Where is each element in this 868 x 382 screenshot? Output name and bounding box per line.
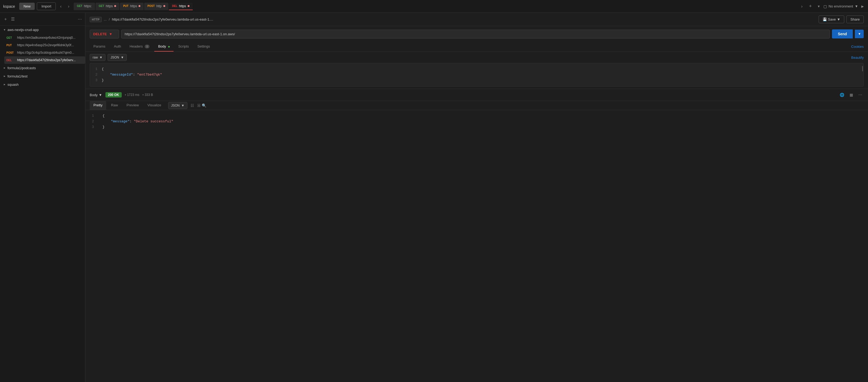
response-tabs: Pretty Raw Preview Visualize JSON ▼ ☷ ☵ …: [85, 101, 868, 110]
workspace-label: kspace: [3, 4, 15, 8]
collection-formula1-podcasts[interactable]: ▼ formula1/podcasts: [0, 64, 85, 72]
request-url: https://3gz3c4qz5cddogutd4uzkl7qim0...: [17, 51, 74, 55]
collection-name: formula1/test: [7, 74, 28, 78]
tab-settings[interactable]: Settings: [193, 42, 214, 52]
sidebar-toggle-button[interactable]: ▶: [860, 3, 865, 9]
sidebar-toolbar: + ☰ ⋯: [0, 13, 85, 26]
tab-get-2[interactable]: GET https: [96, 3, 120, 10]
tab-method: POST: [147, 4, 155, 7]
request-item-post[interactable]: POST https://3gz3c4qz5cddogutd4uzkl7qim0…: [4, 49, 85, 56]
lang-dropdown-icon: ▼: [121, 56, 124, 59]
add-collection-button[interactable]: +: [3, 16, 8, 23]
cookies-link[interactable]: Cookies: [851, 45, 864, 49]
filter-button[interactable]: ☰: [10, 16, 16, 23]
response-body-label[interactable]: Body ▼: [90, 93, 102, 97]
tab-dot: [188, 5, 189, 7]
copy-response-button[interactable]: ☵: [197, 104, 201, 108]
collection-chevron: ▼: [3, 75, 6, 78]
collection-name: squash: [7, 83, 19, 87]
request-url: https://kjw4rx6asp25x2evqefi6dnk3y0f...: [17, 43, 74, 47]
tab-bar: GET https: GET https PUT https POST http…: [74, 3, 797, 10]
line-number: 1: [93, 66, 97, 72]
tab-scripts[interactable]: Scripts: [175, 42, 193, 52]
request-body-editor[interactable]: 1 { 2 "messageId": "ent7be47qk" 3 }: [90, 63, 864, 87]
collection-squash[interactable]: ▼ squash: [0, 80, 85, 89]
request-item-get[interactable]: GET https://xm3adkuxwxqv6uiwz42rnjunpq0.…: [4, 34, 85, 41]
request-url: https://7daxkfia547t2tIndsx2ps7yfe0wrv..…: [17, 58, 75, 62]
method-badge: DEL: [6, 59, 15, 62]
tab-body[interactable]: Body: [154, 42, 173, 52]
tab-method: DEL: [172, 4, 178, 7]
body-lang-select[interactable]: JSON ▼: [107, 54, 127, 61]
response-header: Body ▼ 200 OK 1723 ms 333 B 🌐 ▦ ⋯: [85, 89, 868, 101]
response-size: 333 B: [143, 93, 153, 97]
globe-icon-button[interactable]: 🌐: [838, 92, 846, 98]
line-content: }: [102, 78, 860, 83]
more-options-button[interactable]: ⋯: [857, 92, 864, 98]
scrollbar: [862, 66, 863, 71]
tab-url: https:: [84, 4, 92, 8]
search-response-button[interactable]: 🔍: [202, 104, 206, 108]
response-tab-visualize[interactable]: Visualize: [144, 101, 165, 110]
body-format-value: raw: [93, 56, 98, 59]
beautify-button[interactable]: Beautify: [851, 56, 864, 60]
collection-aws-nextjs[interactable]: ▼ aws-nextjs-crud-app: [0, 26, 85, 34]
response-time: 1723 ms: [125, 93, 139, 97]
tab-del[interactable]: DEL https: [169, 3, 193, 10]
tab-forward-button[interactable]: ›: [66, 3, 71, 10]
tab-back-button[interactable]: ‹: [58, 3, 64, 10]
response-format-value: JSON: [171, 104, 180, 108]
response-actions: 🌐 ▦ ⋯: [838, 92, 864, 98]
tab-params[interactable]: Params: [90, 42, 109, 52]
tab-dropdown-button[interactable]: ▼: [816, 3, 821, 9]
table-icon-button[interactable]: ▦: [848, 92, 855, 98]
filter-icon-button[interactable]: ☷: [188, 102, 196, 109]
collection-chevron: ▼: [3, 83, 6, 86]
response-body: 1 { 2 "message": "Delete successful" 3 }: [85, 110, 868, 382]
response-tab-preview[interactable]: Preview: [123, 101, 143, 110]
json-value: "ent7be47qk": [137, 73, 162, 77]
method-badge: PUT: [6, 44, 15, 47]
response-format-select[interactable]: JSON ▼: [168, 102, 187, 109]
tab-dot: [163, 5, 165, 7]
body-text: Body: [90, 93, 98, 97]
method-select[interactable]: DELETE ▼: [90, 30, 119, 38]
request-item-del[interactable]: DEL https://7daxkfia547t2tIndsx2ps7yfe0w…: [4, 56, 85, 64]
request-list: GET https://xm3adkuxwxqv6uiwz42rnjunpq0.…: [0, 34, 85, 64]
line-number: 2: [93, 72, 97, 78]
body-format-select[interactable]: raw ▼: [90, 54, 105, 61]
tab-auth[interactable]: Auth: [110, 42, 125, 52]
format-dropdown-icon: ▼: [99, 56, 102, 59]
line-number: 2: [90, 119, 94, 124]
tab-method: GET: [77, 4, 83, 7]
response-tab-pretty[interactable]: Pretty: [90, 101, 106, 110]
line-content: {: [102, 113, 105, 119]
tab-post[interactable]: POST http: [144, 3, 168, 10]
share-button[interactable]: Share: [846, 16, 864, 23]
tab-url: http: [156, 4, 162, 8]
tab-url: https: [106, 4, 113, 8]
send-dropdown-button[interactable]: ▼: [855, 30, 864, 38]
format-dropdown-icon: ▼: [181, 104, 184, 108]
request-item-put[interactable]: PUT https://kjw4rx6asp25x2evqefi6dnk3y0f…: [4, 41, 85, 49]
request-bar: DELETE ▼ Send ▼: [85, 26, 868, 42]
line-content: "message": "Delete successful": [102, 119, 173, 124]
tab-method: GET: [99, 4, 104, 7]
send-button[interactable]: Send: [832, 29, 853, 38]
url-input[interactable]: [121, 30, 830, 38]
environment-selector[interactable]: ▢ No environment ▼: [824, 4, 858, 8]
tab-get-1[interactable]: GET https:: [74, 3, 95, 10]
save-label: Save: [828, 18, 836, 21]
save-button[interactable]: 💾 Save ▼: [818, 16, 844, 23]
response-tab-raw[interactable]: Raw: [107, 101, 122, 110]
tab-headers[interactable]: Headers 8: [126, 42, 153, 52]
new-tab-button[interactable]: +: [807, 2, 814, 10]
tab-overflow-button[interactable]: ›: [799, 3, 805, 10]
new-button[interactable]: New: [19, 3, 35, 10]
import-button[interactable]: Import: [37, 2, 56, 10]
indent: [102, 119, 111, 123]
tab-put[interactable]: PUT https: [120, 3, 144, 10]
sidebar-menu-button[interactable]: ⋯: [78, 17, 82, 22]
collection-formula1-test[interactable]: ▼ formula1/test: [0, 72, 85, 80]
body-editor: raw ▼ JSON ▼ Beautify 1 { 2 "messageI: [85, 52, 868, 89]
